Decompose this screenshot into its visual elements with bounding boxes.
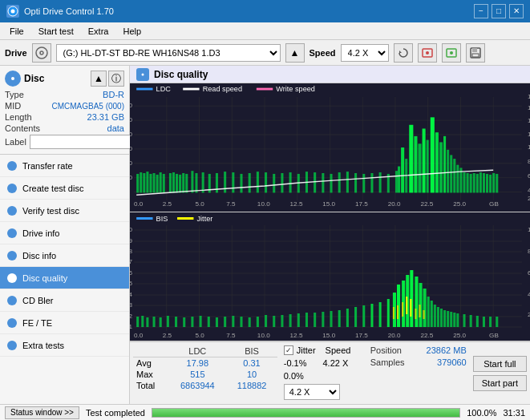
svg-rect-128: [467, 173, 469, 192]
sidebar-item-disc-quality[interactable]: Disc quality: [0, 267, 129, 289]
position-area: Position 23862 MB Samples 379060: [370, 345, 467, 401]
disc-info-panel: Disc ▲ ⓘ Type BD-R MID CMCMAGBA5 (000) L…: [0, 66, 129, 155]
svg-rect-219: [354, 307, 357, 327]
svg-text:15.0: 15.0: [322, 332, 335, 339]
svg-text:22.5: 22.5: [421, 201, 434, 208]
svg-rect-246: [489, 317, 492, 327]
svg-rect-11: [472, 54, 479, 57]
svg-rect-245: [483, 317, 485, 327]
svg-rect-232: [427, 297, 430, 327]
speed-select[interactable]: 4.2 X: [341, 44, 389, 62]
disc-mid-value: CMCMAGBA5 (000): [51, 102, 124, 111]
stats-row-avg: Avg 17.98 0.31: [133, 357, 277, 370]
svg-rect-236: [440, 309, 443, 327]
svg-rect-191: [136, 317, 139, 327]
samples-label: Samples: [370, 357, 405, 367]
sidebar-item-verify-test-disc[interactable]: Verify test disc: [0, 200, 129, 222]
sidebar-item-cd-bler[interactable]: CD Bler: [0, 289, 129, 312]
transfer-rate-icon: [6, 160, 18, 172]
svg-text:17.5: 17.5: [355, 332, 368, 339]
extra-tests-icon: [6, 340, 18, 351]
svg-text:0.0: 0.0: [134, 332, 144, 339]
drive-select[interactable]: (G:) HL-DT-ST BD-RE WH16NS48 1.D3: [56, 44, 281, 62]
menu-extra[interactable]: Extra: [82, 23, 115, 39]
save-icon[interactable]: [466, 43, 485, 63]
svg-rect-113: [409, 125, 413, 193]
svg-rect-127: [463, 172, 465, 192]
svg-rect-137: [496, 174, 498, 193]
svg-rect-218: [346, 309, 349, 327]
media-icon-2[interactable]: [442, 43, 461, 63]
svg-rect-76: [163, 174, 165, 193]
disc-eject-icon[interactable]: ▲: [91, 71, 107, 87]
svg-rect-223: [387, 299, 390, 327]
svg-rect-117: [427, 140, 429, 193]
start-part-button[interactable]: Start part: [473, 375, 527, 391]
svg-rect-196: [167, 316, 169, 327]
svg-rect-21: [257, 88, 273, 91]
stats-table: LDC BIS Avg 17.98 0.31 Max 515: [133, 345, 277, 391]
svg-rect-240: [453, 313, 455, 327]
minimize-button[interactable]: −: [474, 4, 488, 18]
close-button[interactable]: ✕: [509, 4, 524, 18]
svg-rect-94: [273, 174, 275, 193]
svg-text:5: 5: [130, 280, 133, 287]
svg-rect-134: [486, 174, 488, 193]
svg-text:25.0: 25.0: [453, 201, 466, 208]
sidebar-item-create-test-disc[interactable]: Create test disc: [0, 177, 129, 200]
ldc-chart: LDC Read speed Write speed: [130, 83, 530, 212]
sidebar-label-fe-te: FE / TE: [22, 318, 52, 328]
time-display: 31:31: [503, 408, 525, 418]
jitter-checkbox[interactable]: ✓: [284, 345, 293, 355]
status-window-button[interactable]: Status window >>: [5, 406, 79, 419]
svg-text:7.5: 7.5: [226, 332, 236, 339]
svg-rect-210: [281, 315, 283, 327]
svg-point-1: [11, 10, 15, 14]
sidebar-item-disc-info[interactable]: Disc info: [0, 244, 129, 267]
sidebar-item-drive-info[interactable]: Drive info: [0, 222, 129, 244]
maximize-button[interactable]: □: [492, 4, 506, 18]
svg-rect-249: [402, 302, 403, 317]
stats-avg-label: Avg: [133, 357, 168, 370]
svg-rect-244: [476, 316, 479, 327]
sidebar-item-extra-tests[interactable]: Extra tests: [0, 334, 129, 357]
svg-text:10.0: 10.0: [257, 332, 270, 339]
sidebar-item-fe-te[interactable]: FE / TE: [0, 312, 129, 334]
stats-total-label: Total: [133, 380, 168, 391]
svg-rect-73: [153, 173, 156, 192]
disc-info-icon2[interactable]: ⓘ: [108, 71, 124, 87]
start-full-button[interactable]: Start full: [473, 356, 527, 372]
stats-avg-ldc: 17.98: [168, 357, 226, 370]
menu-start-test[interactable]: Start test: [32, 23, 80, 39]
svg-rect-238: [447, 311, 449, 327]
label-input[interactable]: [30, 135, 136, 149]
menu-file[interactable]: File: [3, 23, 30, 39]
svg-rect-233: [431, 301, 433, 327]
disc-header: Disc ▲ ⓘ: [5, 71, 124, 87]
svg-text:22.5: 22.5: [421, 332, 434, 339]
eject-button[interactable]: ▲: [285, 43, 305, 63]
media-icon-1[interactable]: [418, 43, 437, 63]
svg-rect-131: [476, 174, 479, 193]
svg-rect-92: [257, 172, 259, 192]
svg-rect-101: [330, 174, 333, 193]
svg-text:5.0: 5.0: [195, 332, 204, 339]
avg-jitter-row: -0.1% 4.22 X: [284, 358, 349, 368]
speed-select-bottom[interactable]: 4.2 X: [284, 384, 340, 400]
sidebar-item-transfer-rate[interactable]: Transfer rate: [0, 155, 129, 177]
svg-rect-115: [418, 143, 421, 192]
svg-text:25.0: 25.0: [453, 332, 466, 339]
svg-rect-202: [216, 317, 218, 327]
svg-rect-222: [379, 302, 382, 327]
svg-rect-93: [265, 172, 267, 192]
svg-rect-124: [453, 159, 455, 192]
svg-rect-88: [224, 172, 226, 192]
position-row: Position 23862 MB: [370, 345, 467, 355]
menu-help[interactable]: Help: [116, 23, 148, 39]
svg-text:15.0: 15.0: [322, 201, 335, 208]
speed-label-stat: Speed: [326, 345, 351, 355]
refresh-icon[interactable]: [394, 43, 413, 63]
svg-marker-4: [399, 50, 402, 53]
svg-rect-141: [177, 217, 193, 220]
sidebar-label-drive-info: Drive info: [22, 228, 59, 238]
